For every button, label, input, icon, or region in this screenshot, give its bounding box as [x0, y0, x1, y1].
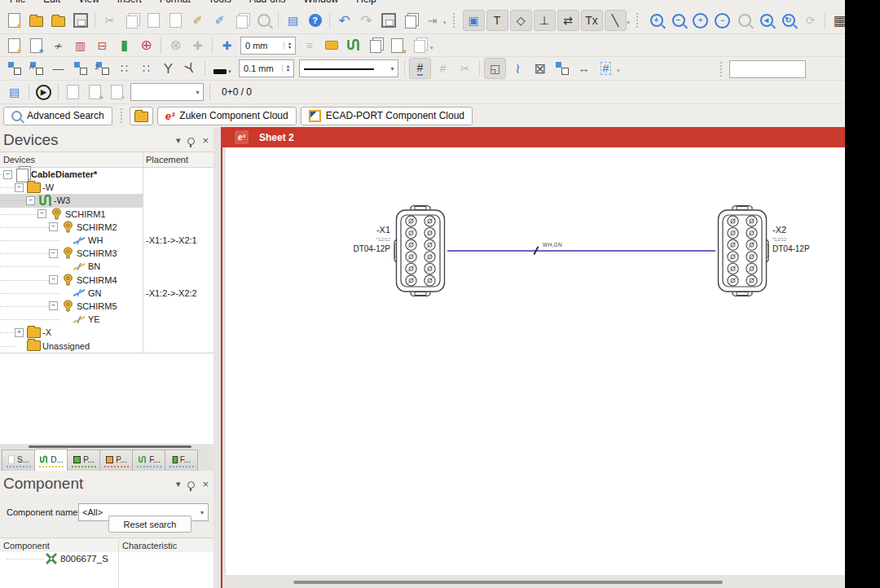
pin-pair-icon[interactable]: ∷ — [136, 59, 156, 78]
component-item-8006677_s[interactable]: 8006677_S — [0, 552, 213, 565]
wire-connection[interactable] — [447, 250, 715, 252]
paste-icon[interactable] — [143, 11, 164, 30]
axis-connect-icon[interactable]: ↔ — [574, 59, 594, 78]
copy-icon[interactable] — [121, 11, 142, 30]
sheet-properties-icon[interactable]: ▥ — [70, 36, 90, 55]
cut-icon[interactable]: ✂ — [99, 11, 120, 30]
toolbar-grip[interactable] — [121, 108, 125, 123]
tree-item-bn[interactable]: BN — [0, 260, 213, 273]
component-column-header[interactable]: Component — [0, 541, 50, 551]
tree-expander-icon[interactable]: − — [15, 183, 24, 192]
block-icon[interactable]: ▮ — [114, 36, 134, 55]
polygon-tool-icon[interactable]: ◇ — [510, 10, 532, 31]
panel-menu-icon[interactable]: ▾ — [176, 135, 181, 146]
duplicate-icon[interactable] — [409, 36, 429, 55]
tree-item-schirm3[interactable]: −SCHIRM3 — [0, 247, 213, 260]
level-icon[interactable]: ≡ — [299, 36, 319, 55]
dimension-tool-icon[interactable]: ⊥ — [534, 10, 556, 31]
spinner-arrows[interactable]: ▴▾ — [284, 42, 295, 50]
tree-item-gn[interactable]: GN-X1:2->-X2:2 — [0, 287, 213, 300]
no-connection-icon[interactable]: ≁ — [48, 36, 68, 55]
export-icon[interactable]: ⇥ — [422, 11, 442, 30]
undo-icon[interactable]: ↶ — [334, 11, 354, 30]
tree-item-wh[interactable]: WH-X1:1->-X2:1 — [0, 234, 213, 247]
zoom-in-icon[interactable]: + — [646, 11, 667, 30]
toolbar-grip[interactable] — [636, 13, 641, 28]
tree-item-ye[interactable]: YE — [0, 313, 213, 326]
menu-tools[interactable]: Tools — [209, 0, 231, 5]
route-corner-icon[interactable]: ◱ — [484, 58, 506, 79]
menu-window[interactable]: Window — [304, 0, 339, 5]
tree-item-schirm4[interactable]: −SCHIRM4 — [0, 274, 213, 287]
splitter-handle[interactable] — [29, 445, 191, 448]
net-frame-icon[interactable]: ⊠ — [530, 59, 550, 78]
zoom-previous-icon[interactable]: ◂ — [756, 11, 777, 30]
tree-item-unassigned[interactable]: Unassigned — [0, 339, 213, 352]
panel-close-icon[interactable]: × — [202, 478, 209, 490]
menu-insert[interactable]: Insert — [117, 0, 142, 5]
import-drawing-icon[interactable]: ◂ — [387, 36, 407, 55]
open-component-folder-button[interactable] — [130, 107, 153, 125]
connector-x1[interactable] — [394, 204, 447, 300]
line-color-picker[interactable]: ▾ — [209, 59, 235, 78]
horizontal-scrollbar[interactable] — [226, 580, 845, 585]
connect-bus-icon[interactable]: 2 — [92, 59, 112, 78]
document-info-icon[interactable]: ▤ — [4, 82, 24, 102]
tree-expander-icon[interactable]: − — [37, 209, 46, 218]
reset-search-button[interactable]: Reset search — [108, 516, 191, 533]
tree-expander-icon[interactable]: − — [49, 275, 58, 284]
tree-expander-icon[interactable]: − — [26, 196, 35, 205]
menu-view[interactable]: View — [78, 0, 99, 5]
spinner-arrows[interactable]: ▴▾ — [282, 64, 293, 72]
report-remove-icon[interactable]: − — [107, 82, 127, 102]
zoom-out-icon[interactable]: − — [668, 11, 689, 30]
scrollbar-thumb[interactable] — [293, 581, 723, 584]
toolbar-grip[interactable] — [453, 13, 458, 28]
menu-edit[interactable]: Edit — [43, 0, 60, 5]
attribute-box-icon[interactable]: # — [596, 59, 616, 78]
panel-tab-1-active[interactable]: D... — [35, 449, 68, 472]
panel-tab-2[interactable]: P... — [68, 450, 100, 472]
shield-branch-icon[interactable]: Y — [180, 59, 200, 78]
open-recent-icon[interactable] — [48, 11, 68, 30]
connector-x2[interactable] — [715, 204, 769, 300]
place-device-icon[interactable]: ▣ — [463, 10, 485, 31]
advanced-search-button[interactable]: Advanced Search — [3, 107, 112, 125]
menu-addons[interactable]: Add-ons — [249, 0, 286, 5]
cut-wire-icon[interactable]: ✂ — [455, 59, 475, 78]
panel-tab-0[interactable]: S... — [2, 450, 35, 472]
import-sheet-icon[interactable] — [400, 11, 420, 30]
panel-pin-icon[interactable] — [187, 479, 195, 489]
menu-format[interactable]: Format — [160, 0, 191, 5]
line-tool-icon[interactable]: ╲ — [605, 10, 627, 31]
tree-expander-icon[interactable]: − — [49, 249, 58, 258]
tree-item-cablediameter[interactable]: −CableDiameter* — [0, 168, 213, 181]
panel-tab-5[interactable]: F... — [165, 450, 198, 472]
quick-search-field[interactable] — [729, 60, 806, 78]
save-icon[interactable] — [70, 11, 90, 30]
zoom-decrease-icon[interactable]: − — [712, 11, 733, 30]
devices-column-header[interactable]: Devices — [0, 155, 35, 165]
zoom-all-icon[interactable]: ↻ — [778, 11, 799, 30]
placement-column-header[interactable]: Placement — [146, 155, 188, 165]
tree-expander-icon[interactable]: − — [49, 222, 58, 231]
format-painter-icon[interactable]: ✐ — [187, 11, 208, 30]
run-icon[interactable]: ▶ — [33, 82, 54, 102]
tree-expander-icon[interactable]: − — [49, 301, 58, 310]
schematic-sheet[interactable]: -X1*12/12DT04-12P-X2*12/12DT04-12PWH,GN — [226, 147, 845, 575]
copy-sheet-icon[interactable] — [365, 36, 385, 55]
tree-item-schirm1[interactable]: −SCHIRM1 — [0, 208, 213, 221]
delete-icon[interactable]: ⊗ — [165, 36, 186, 55]
zoom-increase-icon[interactable]: + — [690, 11, 711, 30]
connect-text-icon[interactable]: A — [26, 59, 46, 78]
line-style-select[interactable]: ▾ — [299, 59, 398, 77]
redo-icon[interactable]: ↷ — [356, 11, 376, 30]
panel-close-icon[interactable]: × — [202, 134, 209, 147]
attribute-visible-icon[interactable]: # — [409, 58, 431, 79]
connector-symbol-icon[interactable]: ⊟ — [92, 36, 112, 55]
copy-graphic-icon[interactable] — [231, 11, 252, 30]
panel-tab-3[interactable]: P... — [100, 450, 133, 472]
panel-tab-4[interactable]: F... — [133, 450, 165, 472]
place-symbol-icon[interactable]: ✦ — [26, 36, 46, 55]
overflow-arrow-icon[interactable]: ▾ — [443, 20, 447, 26]
